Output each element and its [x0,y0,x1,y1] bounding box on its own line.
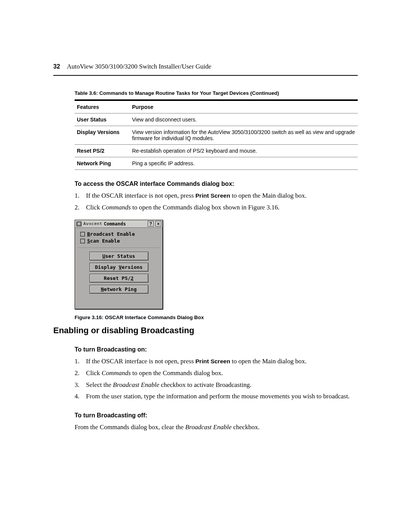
broadcast-enable-label: Broadcast Enable [87,231,135,237]
table-row: Reset PS/2 Re-establish operation of PS/… [75,145,358,157]
section-heading-broadcasting: Enabling or disabling Broadcasting [53,326,358,335]
table-caption: Table 3.6: Commands to Manage Routine Ta… [75,90,358,96]
dialog-body: Broadcast Enable Scan Enable User Status… [75,228,162,309]
dialog-title: Commands [104,221,126,227]
list-item: Click Commands to open the Commands dial… [75,203,358,212]
commands-table: Features Purpose User Status View and di… [75,99,358,170]
body-text: checkbox. [232,423,260,431]
table-row: Display Versions View version informatio… [75,126,358,145]
page-header-title: AutoView 3050/3100/3200 Switch Installer… [67,63,212,70]
oscar-commands-dialog: Avocent Commands ? × Broadcast Enable Sc… [75,220,163,309]
step-text: If the OSCAR interface is not open, pres… [86,358,196,365]
button-stack: User Status Display Versions Reset PS/2 … [78,248,159,306]
broadcast-off-body: From the Commands dialog box, clear the … [75,423,358,432]
cell-purpose: Re-establish operation of PS/2 keyboard … [130,145,358,157]
print-screen-key: Print Screen [196,358,230,364]
col-header-purpose: Purpose [130,100,358,113]
scan-enable-row[interactable]: Scan Enable [80,238,159,244]
reset-ps2-button[interactable]: Reset PS/2 [89,274,148,283]
step-text: to open the Main dialog box. [230,358,307,365]
step-text: From the user station, type the informat… [86,393,350,400]
list-item: Click Commands to open the Commands dial… [75,369,358,378]
list-item: Select the Broadcast Enable checkbox to … [75,380,358,390]
procedure-heading-access: To access the OSCAR interface Commands d… [75,181,358,187]
procedure-heading-broadcast-on: To turn Broadcasting on: [75,346,358,353]
cell-purpose: View and disconnect users. [130,113,358,126]
body-text: From the Commands dialog box, clear the [75,423,185,431]
network-ping-button[interactable]: Network Ping [89,285,148,294]
cell-purpose: Ping a specific IP address. [130,157,358,170]
step-text: If the OSCAR interface is not open, pres… [86,192,196,199]
page-number: 32 [53,63,60,70]
cell-feature: Reset PS/2 [75,145,130,157]
checkbox-icon[interactable] [80,232,85,236]
cell-feature: Network Ping [75,157,130,170]
help-button[interactable]: ? [148,221,154,227]
commands-ref: Commands [102,204,131,211]
scan-enable-label: Scan Enable [87,238,120,244]
step-text: to open the Main dialog box. [230,192,307,199]
list-item: If the OSCAR interface is not open, pres… [75,191,358,201]
procedure-steps-broadcast-on: If the OSCAR interface is not open, pres… [75,357,358,401]
print-screen-key: Print Screen [196,192,230,199]
step-text: Click [86,204,102,211]
close-button[interactable]: × [155,221,161,227]
table-row: User Status View and disconnect users. [75,113,358,126]
commands-ref: Commands [102,369,131,377]
dialog-titlebar: Avocent Commands ? × [75,220,162,228]
broadcast-enable-ref: Broadcast Enable [185,423,232,431]
list-item: If the OSCAR interface is not open, pres… [75,357,358,366]
avocent-logo-icon [76,221,82,227]
broadcast-enable-row[interactable]: Broadcast Enable [80,231,159,237]
step-text: Select the [86,381,113,388]
figure-caption: Figure 3.16: OSCAR Interface Commands Di… [75,315,358,320]
dialog-brand: Avocent [83,221,102,226]
procedure-steps-access: If the OSCAR interface is not open, pres… [75,191,358,212]
step-text: checkbox to activate Broadcasting. [159,381,251,388]
col-header-features: Features [75,100,130,113]
list-item: From the user station, type the informat… [75,392,358,401]
table-row: Network Ping Ping a specific IP address. [75,157,358,170]
user-status-button[interactable]: User Status [89,252,148,260]
cell-purpose: View version information for the AutoVie… [130,126,358,145]
step-text: to open the Commands dialog box. [131,369,223,377]
cell-feature: User Status [75,113,130,126]
cell-feature: Display Versions [75,126,130,145]
procedure-heading-broadcast-off: To turn Broadcasting off: [75,412,358,419]
step-text: Click [86,369,102,377]
checkbox-icon[interactable] [80,239,85,243]
step-text: to open the Commands dialog box shown in… [131,204,280,211]
display-versions-button[interactable]: Display Versions [89,263,148,272]
page-content: 32 AutoView 3050/3100/3200 Switch Instal… [53,63,358,432]
page-header: 32 AutoView 3050/3100/3200 Switch Instal… [53,63,358,76]
broadcast-enable-ref: Broadcast Enable [113,381,159,388]
